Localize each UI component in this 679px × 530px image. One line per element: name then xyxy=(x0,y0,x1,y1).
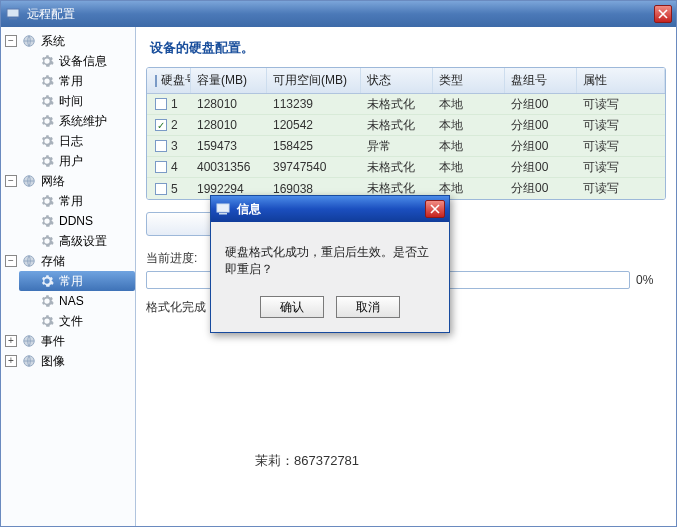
row-checkbox[interactable]: ✓ xyxy=(155,119,167,131)
hdd-no: 4 xyxy=(171,160,178,174)
tree-node-NAS[interactable]: NAS xyxy=(19,291,135,311)
cell-free: 158425 xyxy=(267,137,361,155)
app-icon xyxy=(5,6,21,22)
dialog-ok-button[interactable]: 确认 xyxy=(260,296,324,318)
collapse-icon[interactable]: − xyxy=(5,175,17,187)
window-title: 远程配置 xyxy=(27,6,654,23)
row-checkbox[interactable] xyxy=(155,140,167,152)
expand-icon[interactable]: + xyxy=(5,355,17,367)
cell-group: 分组00 xyxy=(505,115,577,136)
tree-label: 设备信息 xyxy=(59,53,107,70)
cell-free: 120542 xyxy=(267,116,361,134)
tree-label: 事件 xyxy=(41,333,65,350)
cell-attr: 可读写 xyxy=(577,157,665,178)
tree-node-存储[interactable]: −存储 xyxy=(1,251,135,271)
gear-icon xyxy=(39,193,55,209)
cell-attr: 可读写 xyxy=(577,94,665,115)
globe-icon xyxy=(21,353,37,369)
tree-node-DDNS[interactable]: DDNS xyxy=(19,211,135,231)
tree-node-时间[interactable]: 时间 xyxy=(19,91,135,111)
gear-icon xyxy=(39,273,55,289)
cell-status: 未格式化 xyxy=(361,115,433,136)
cell-group: 分组00 xyxy=(505,136,577,157)
cell-attr: 可读写 xyxy=(577,115,665,136)
col-capacity: 容量(MB) xyxy=(191,68,267,93)
cell-type: 本地 xyxy=(433,136,505,157)
tree-node-系统[interactable]: −系统 xyxy=(1,31,135,51)
tree-label: 常用 xyxy=(59,73,83,90)
row-checkbox[interactable] xyxy=(155,183,167,195)
cell-free: 39747540 xyxy=(267,158,361,176)
dialog-close-button[interactable] xyxy=(425,200,445,218)
tree-label: NAS xyxy=(59,294,84,308)
tree-label: 存储 xyxy=(41,253,65,270)
cell-free: 113239 xyxy=(267,95,361,113)
collapse-icon[interactable]: − xyxy=(5,35,17,47)
tree-node-常用[interactable]: 常用 xyxy=(19,191,135,211)
cell-capacity: 128010 xyxy=(191,116,267,134)
tree-label: 用户 xyxy=(59,153,83,170)
footer-text: 茉莉：867372781 xyxy=(255,452,359,470)
panel-title: 设备的硬盘配置。 xyxy=(150,39,666,57)
svg-rect-0 xyxy=(7,9,19,17)
tree-label: DDNS xyxy=(59,214,93,228)
col-free: 可用空间(MB) xyxy=(267,68,361,93)
tree-label: 常用 xyxy=(59,193,83,210)
table-row[interactable]: 44003135639747540未格式化本地分组00可读写 xyxy=(147,157,665,178)
row-checkbox[interactable] xyxy=(155,98,167,110)
header-checkbox[interactable] xyxy=(155,75,157,87)
dialog-cancel-button[interactable]: 取消 xyxy=(336,296,400,318)
gear-icon xyxy=(39,93,55,109)
table-row[interactable]: ✓2128010120542未格式化本地分组00可读写 xyxy=(147,115,665,136)
tree-label: 系统维护 xyxy=(59,113,107,130)
cell-status: 未格式化 xyxy=(361,157,433,178)
svg-rect-7 xyxy=(217,204,229,212)
cell-group: 分组00 xyxy=(505,94,577,115)
hdd-no: 3 xyxy=(171,139,178,153)
cell-status: 未格式化 xyxy=(361,94,433,115)
tree-node-日志[interactable]: 日志 xyxy=(19,131,135,151)
tree-node-文件[interactable]: 文件 xyxy=(19,311,135,331)
hdd-no: 2 xyxy=(171,118,178,132)
cell-capacity: 159473 xyxy=(191,137,267,155)
cell-capacity: 40031356 xyxy=(191,158,267,176)
tree-node-网络[interactable]: −网络 xyxy=(1,171,135,191)
window-titlebar: 远程配置 xyxy=(1,1,676,27)
sidebar-tree: −系统设备信息常用时间系统维护日志用户−网络常用DDNS高级设置−存储常用NAS… xyxy=(1,27,136,526)
dialog-titlebar: 信息 xyxy=(211,196,449,222)
cell-type: 本地 xyxy=(433,94,505,115)
cell-attr: 可读写 xyxy=(577,136,665,157)
globe-icon xyxy=(21,333,37,349)
gear-icon xyxy=(39,213,55,229)
tree-node-系统维护[interactable]: 系统维护 xyxy=(19,111,135,131)
row-checkbox[interactable] xyxy=(155,161,167,173)
table-row[interactable]: 3159473158425异常本地分组00可读写 xyxy=(147,136,665,157)
cell-group: 分组00 xyxy=(505,157,577,178)
tree-node-图像[interactable]: +图像 xyxy=(1,351,135,371)
tree-node-用户[interactable]: 用户 xyxy=(19,151,135,171)
cell-status: 异常 xyxy=(361,136,433,157)
tree-label: 高级设置 xyxy=(59,233,107,250)
tree-node-高级设置[interactable]: 高级设置 xyxy=(19,231,135,251)
tree-node-常用[interactable]: 常用 xyxy=(19,271,135,291)
gear-icon xyxy=(39,293,55,309)
tree-node-常用[interactable]: 常用 xyxy=(19,71,135,91)
gear-icon xyxy=(39,73,55,89)
table-header: 硬盘号 容量(MB) 可用空间(MB) 状态 类型 盘组号 属性 xyxy=(147,68,665,94)
cell-capacity: 128010 xyxy=(191,95,267,113)
col-type: 类型 xyxy=(433,68,505,93)
tree-node-事件[interactable]: +事件 xyxy=(1,331,135,351)
col-group: 盘组号 xyxy=(505,68,577,93)
col-attr: 属性 xyxy=(577,68,665,93)
tree-label: 常用 xyxy=(59,273,83,290)
collapse-icon[interactable]: − xyxy=(5,255,17,267)
table-row[interactable]: 1128010113239未格式化本地分组00可读写 xyxy=(147,94,665,115)
cell-type: 本地 xyxy=(433,157,505,178)
tree-node-设备信息[interactable]: 设备信息 xyxy=(19,51,135,71)
window-close-button[interactable] xyxy=(654,5,672,23)
gear-icon xyxy=(39,153,55,169)
svg-rect-8 xyxy=(219,213,227,215)
expand-icon[interactable]: + xyxy=(5,335,17,347)
tree-label: 日志 xyxy=(59,133,83,150)
gear-icon xyxy=(39,113,55,129)
